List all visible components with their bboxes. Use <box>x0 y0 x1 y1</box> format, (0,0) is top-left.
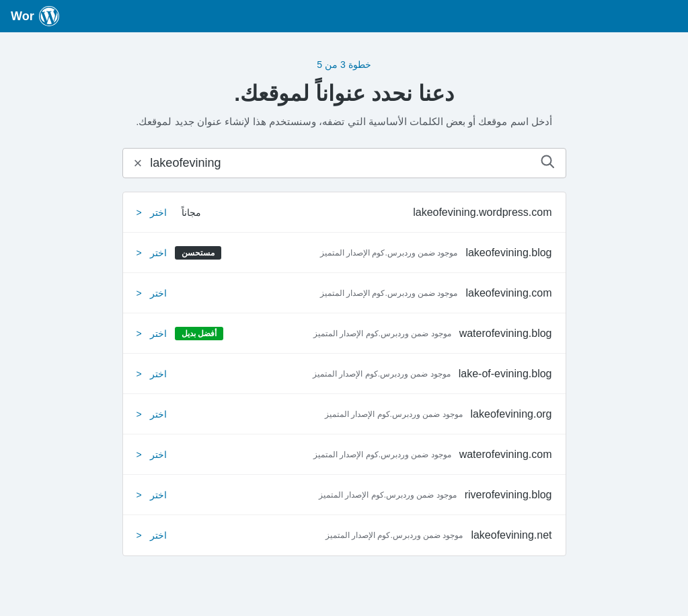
chevron-icon: < <box>137 449 142 460</box>
chevron-icon: < <box>137 490 142 500</box>
chevron-icon: < <box>137 247 142 258</box>
domain-name: lakeofevining.com <box>465 287 551 299</box>
search-clear-button[interactable]: × <box>134 156 143 171</box>
table-row: <اخترموجود ضمن وردبرس.كوم الإصدار المتمي… <box>123 475 566 515</box>
chevron-icon: < <box>137 207 142 218</box>
select-domain-button[interactable]: اختر <box>150 490 167 500</box>
domain-meta: موجود ضمن وردبرس.كوم الإصدار المتميز <box>175 288 458 298</box>
best-alt-badge: أفضل بديل <box>175 327 223 340</box>
row-middle: موجود ضمن وردبرس.كوم الإصدار المتميزمستح… <box>175 246 458 260</box>
row-middle: موجود ضمن وردبرس.كوم الإصدار المتميز <box>175 490 457 500</box>
table-row: <اخترموجود ضمن وردبرس.كوم الإصدار المتمي… <box>123 233 566 273</box>
domain-meta: موجود ضمن وردبرس.كوم الإصدار المتميز <box>229 329 451 338</box>
domain-name: lakeofevining.net <box>471 529 551 541</box>
domain-meta: موجود ضمن وردبرس.كوم الإصدار المتميز <box>175 490 457 500</box>
page-title: دعنا نحدد عنواناً لموقعك. <box>122 81 566 106</box>
select-domain-button[interactable]: اختر <box>150 207 167 218</box>
search-icon <box>540 154 555 172</box>
search-input[interactable] <box>150 156 531 170</box>
chevron-icon: < <box>137 328 142 339</box>
svg-line-2 <box>549 164 553 167</box>
row-middle: موجود ضمن وردبرس.كوم الإصدار المتميزأفضل… <box>175 327 451 340</box>
top-bar: Wor <box>0 0 688 32</box>
row-middle: موجود ضمن وردبرس.كوم الإصدار المتميز <box>175 410 463 419</box>
domain-name: riverofevining.blog <box>465 489 552 501</box>
row-middle: موجود ضمن وردبرس.كوم الإصدار المتميز <box>175 369 451 379</box>
domain-meta: موجود ضمن وردبرس.كوم الإصدار المتميز <box>175 531 463 540</box>
row-middle: موجود ضمن وردبرس.كوم الإصدار المتميز <box>175 288 458 298</box>
domain-name: lake-of-evining.blog <box>459 368 552 380</box>
table-row: <اخترموجود ضمن وردبرس.كوم الإصدار المتمي… <box>123 313 566 354</box>
domain-name: lakeofevining.org <box>471 408 552 420</box>
select-domain-button[interactable]: اختر <box>150 328 167 339</box>
step-indicator: خطوة 3 من 5 <box>122 59 566 70</box>
domain-meta: موجود ضمن وردبرس.كوم الإصدار المتميز <box>227 248 458 258</box>
select-domain-button[interactable]: اختر <box>150 369 167 379</box>
table-row: <اخترموجود ضمن وردبرس.كوم الإصدار المتمي… <box>123 434 566 475</box>
chevron-icon: < <box>137 530 142 541</box>
select-domain-button[interactable]: اختر <box>150 530 167 541</box>
domain-meta: موجود ضمن وردبرس.كوم الإصدار المتميز <box>175 369 451 379</box>
recommended-badge: مستحسن <box>175 246 221 260</box>
results-table: <اخترمجاناًlakeofevining.wordpress.com<ا… <box>122 192 566 556</box>
domain-name: lakeofevining.blog <box>465 247 551 259</box>
domain-meta: موجود ضمن وردبرس.كوم الإصدار المتميز <box>175 450 451 459</box>
search-box: × <box>122 148 566 178</box>
free-badge: مجاناً <box>175 205 208 220</box>
domain-name: waterofevining.com <box>459 449 552 461</box>
domain-meta: موجود ضمن وردبرس.كوم الإصدار المتميز <box>175 410 463 419</box>
select-domain-button[interactable]: اختر <box>150 409 167 420</box>
page-subtitle: أدخل اسم موقعك أو بعض الكلمات الأساسية ا… <box>122 116 566 128</box>
row-middle: موجود ضمن وردبرس.كوم الإصدار المتميز <box>175 450 451 459</box>
main-content: خطوة 3 من 5 دعنا نحدد عنواناً لموقعك. أد… <box>109 32 580 583</box>
row-middle: مجاناً <box>175 205 405 220</box>
table-row: <اخترموجود ضمن وردبرس.كوم الإصدار المتمي… <box>123 515 566 555</box>
row-middle: موجود ضمن وردبرس.كوم الإصدار المتميز <box>175 531 463 540</box>
wordpress-logo: Wor <box>11 5 60 27</box>
select-domain-button[interactable]: اختر <box>150 247 167 258</box>
select-domain-button[interactable]: اختر <box>150 288 167 299</box>
table-row: <اخترموجود ضمن وردبرس.كوم الإصدار المتمي… <box>123 273 566 313</box>
chevron-icon: < <box>137 409 142 420</box>
domain-name: lakeofevining.wordpress.com <box>413 206 551 219</box>
logo-text: Wor <box>11 9 34 24</box>
chevron-icon: < <box>137 288 142 299</box>
table-row: <اخترموجود ضمن وردبرس.كوم الإصدار المتمي… <box>123 394 566 434</box>
table-row: <اخترموجود ضمن وردبرس.كوم الإصدار المتمي… <box>123 354 566 394</box>
domain-name: waterofevining.blog <box>459 328 552 340</box>
chevron-icon: < <box>137 369 142 379</box>
table-row: <اخترمجاناًlakeofevining.wordpress.com <box>123 192 566 233</box>
select-domain-button[interactable]: اختر <box>150 449 167 460</box>
